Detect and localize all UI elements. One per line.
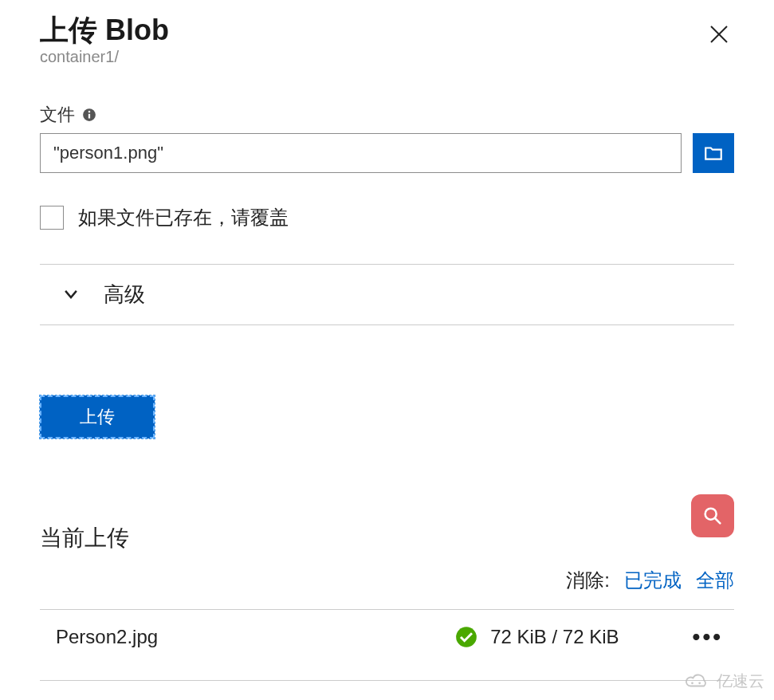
page-title: 上传 Blob xyxy=(40,14,169,46)
watermark: 亿速云 xyxy=(682,671,764,692)
close-button[interactable] xyxy=(704,19,734,53)
divider xyxy=(40,680,734,681)
svg-point-7 xyxy=(456,627,477,647)
file-label: 文件 xyxy=(40,103,75,127)
upload-item: Person2.jpg 72 KiB / 72 KiB ••• xyxy=(40,610,734,664)
current-uploads-title: 当前上传 xyxy=(40,523,129,553)
svg-rect-4 xyxy=(88,111,90,112)
svg-point-5 xyxy=(705,508,717,519)
search-button[interactable] xyxy=(691,494,734,537)
chevron-down-icon xyxy=(62,285,80,303)
svg-point-9 xyxy=(698,682,701,684)
browse-button[interactable] xyxy=(693,133,734,173)
breadcrumb: container1/ xyxy=(40,48,169,66)
dismiss-label: 消除: xyxy=(566,568,610,593)
folder-icon xyxy=(703,143,724,163)
svg-line-6 xyxy=(716,518,721,523)
cloud-icon xyxy=(682,673,712,690)
dismiss-all-link[interactable]: 全部 xyxy=(696,568,734,593)
advanced-label: 高级 xyxy=(104,281,145,309)
divider xyxy=(40,324,734,325)
more-button[interactable]: ••• xyxy=(688,624,728,650)
close-icon xyxy=(707,22,731,46)
dismiss-completed-link[interactable]: 已完成 xyxy=(624,568,682,593)
search-icon xyxy=(701,505,724,527)
svg-point-8 xyxy=(691,682,693,684)
advanced-toggle[interactable]: 高级 xyxy=(40,265,734,324)
overwrite-label: 如果文件已存在，请覆盖 xyxy=(78,205,289,230)
upload-filename: Person2.jpg xyxy=(56,626,455,648)
svg-rect-3 xyxy=(88,113,90,118)
file-input[interactable] xyxy=(40,133,682,173)
info-icon[interactable] xyxy=(81,107,97,123)
overwrite-checkbox[interactable] xyxy=(40,206,64,230)
upload-button[interactable]: 上传 xyxy=(40,395,155,438)
success-icon xyxy=(455,626,477,648)
upload-size: 72 KiB / 72 KiB xyxy=(490,626,619,648)
